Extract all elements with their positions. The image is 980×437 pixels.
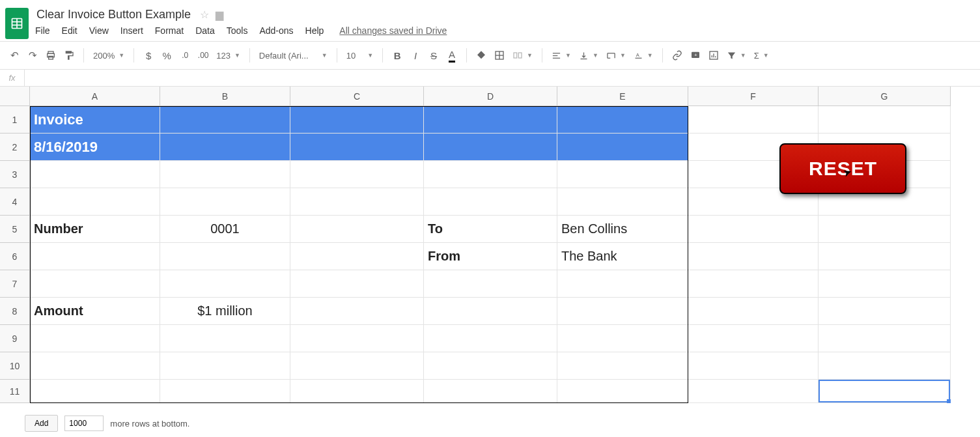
col-head-E[interactable]: E (557, 87, 688, 106)
font-size-select[interactable]: 10▼ (344, 51, 376, 61)
cell-E9[interactable] (557, 325, 688, 352)
menu-edit[interactable]: Edit (62, 25, 77, 36)
paint-format-icon[interactable] (61, 46, 77, 64)
cell-C8[interactable] (290, 298, 424, 325)
row-head-5[interactable]: 5 (0, 216, 30, 243)
italic-icon[interactable]: I (408, 46, 423, 64)
row-head-11[interactable]: 11 (0, 380, 30, 403)
cell-E7[interactable] (557, 270, 688, 298)
borders-icon[interactable] (492, 46, 507, 64)
strikethrough-icon[interactable]: S (426, 46, 441, 64)
cell-G6[interactable] (819, 243, 951, 270)
document-title[interactable]: Clear Invoice Button Example (34, 7, 193, 23)
functions-icon[interactable]: Σ▼ (751, 51, 772, 61)
spreadsheet-grid[interactable]: ABCDEFG 1234567891011 Invoice8/16/2019Nu… (0, 87, 980, 411)
cell-D2[interactable] (424, 134, 557, 161)
cell-A10[interactable] (30, 352, 160, 380)
cell-A6[interactable] (30, 243, 160, 270)
cell-F7[interactable] (688, 270, 819, 298)
col-head-C[interactable]: C (290, 87, 424, 106)
menu-view[interactable]: View (89, 25, 109, 36)
menu-help[interactable]: Help (305, 25, 324, 36)
cell-B10[interactable] (160, 352, 290, 380)
cell-G7[interactable] (819, 270, 951, 298)
cell-G1[interactable] (819, 106, 951, 134)
row-head-3[interactable]: 3 (0, 161, 30, 188)
cell-C10[interactable] (290, 352, 424, 380)
col-head-D[interactable]: D (424, 87, 557, 106)
cell-B11[interactable] (160, 380, 290, 403)
cell-D7[interactable] (424, 270, 557, 298)
select-all-corner[interactable] (0, 87, 30, 106)
cell-F9[interactable] (688, 325, 819, 352)
cell-E6[interactable]: The Bank (557, 243, 688, 270)
cell-G8[interactable] (819, 298, 951, 325)
star-icon[interactable]: ☆ (200, 8, 209, 21)
cell-A11[interactable] (30, 380, 160, 403)
cell-F6[interactable] (688, 243, 819, 270)
cell-C7[interactable] (290, 270, 424, 298)
cell-B2[interactable] (160, 134, 290, 161)
horizontal-align-icon[interactable]: ▼ (549, 51, 574, 61)
cell-B8[interactable]: $1 million (160, 298, 290, 325)
cell-D5[interactable]: To (424, 216, 557, 243)
number-format-select[interactable]: 123▼ (214, 51, 243, 61)
cell-F8[interactable] (688, 298, 819, 325)
cell-E10[interactable] (557, 352, 688, 380)
cell-D6[interactable]: From (424, 243, 557, 270)
cell-D10[interactable] (424, 352, 557, 380)
cell-F11[interactable] (688, 380, 819, 403)
cell-B4[interactable] (160, 188, 290, 216)
increase-decimal-icon[interactable]: .00 (195, 46, 211, 64)
cell-E11[interactable] (557, 380, 688, 403)
col-head-A[interactable]: A (30, 87, 160, 106)
cell-C5[interactable] (290, 216, 424, 243)
row-head-2[interactable]: 2 (0, 134, 30, 161)
cell-E5[interactable]: Ben Collins (557, 216, 688, 243)
cell-F10[interactable] (688, 352, 819, 380)
zoom-select[interactable]: 200%▼ (91, 51, 127, 61)
move-folder-icon[interactable]: ▆ (216, 8, 223, 21)
text-rotation-icon[interactable]: A▼ (631, 51, 656, 61)
cell-D9[interactable] (424, 325, 557, 352)
cell-F1[interactable] (688, 106, 819, 134)
text-color-icon[interactable]: A (444, 46, 460, 64)
menu-file[interactable]: File (35, 25, 50, 36)
text-wrap-icon[interactable]: ▼ (604, 51, 628, 61)
cell-E3[interactable] (557, 161, 688, 188)
insert-chart-icon[interactable] (706, 46, 721, 64)
currency-icon[interactable]: $ (141, 46, 156, 64)
cell-C1[interactable] (290, 106, 424, 134)
row-head-6[interactable]: 6 (0, 243, 30, 270)
redo-icon[interactable]: ↷ (25, 46, 40, 64)
decrease-decimal-icon[interactable]: .0 (177, 46, 193, 64)
col-head-F[interactable]: F (688, 87, 819, 106)
cell-B1[interactable] (160, 106, 290, 134)
cell-C11[interactable] (290, 380, 424, 403)
cell-D1[interactable] (424, 106, 557, 134)
cell-G11[interactable] (819, 380, 951, 403)
cell-D4[interactable] (424, 188, 557, 216)
sheets-logo-icon[interactable] (5, 8, 29, 39)
row-head-7[interactable]: 7 (0, 270, 30, 298)
cell-A3[interactable] (30, 161, 160, 188)
cell-D3[interactable] (424, 161, 557, 188)
cell-E2[interactable] (557, 134, 688, 161)
font-select[interactable]: Default (Ari...▼ (257, 51, 330, 61)
cell-G10[interactable] (819, 352, 951, 380)
cell-G5[interactable] (819, 216, 951, 243)
fill-color-icon[interactable] (473, 46, 489, 64)
col-head-B[interactable]: B (160, 87, 290, 106)
cell-A5[interactable]: Number (30, 216, 160, 243)
row-head-1[interactable]: 1 (0, 106, 30, 134)
cell-C9[interactable] (290, 325, 424, 352)
cell-A9[interactable] (30, 325, 160, 352)
menu-addons[interactable]: Add-ons (259, 25, 293, 36)
insert-comment-icon[interactable]: + (688, 46, 703, 64)
cell-B9[interactable] (160, 325, 290, 352)
row-head-9[interactable]: 9 (0, 325, 30, 352)
vertical-align-icon[interactable]: ▼ (576, 51, 601, 61)
cell-C3[interactable] (290, 161, 424, 188)
cell-A7[interactable] (30, 270, 160, 298)
col-head-G[interactable]: G (819, 87, 951, 106)
